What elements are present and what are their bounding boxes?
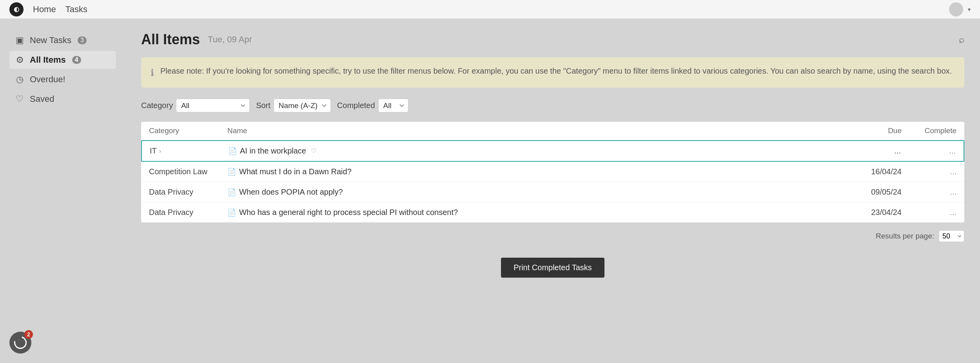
user-avatar[interactable] [949,2,963,16]
row-due-dots: ... [846,146,901,155]
per-page-select[interactable]: 10 25 50 100 [939,230,964,242]
all-items-icon: ⊙ [14,55,25,65]
doc-icon: 📄 [228,147,237,155]
row-due-date: 16/04/24 [847,167,902,176]
main-layout: ▣ New Tasks 3 ⊙ All Items 4 ◷ Overdue! ♡… [0,0,980,363]
table-header: Category Name Due Complete [141,122,964,140]
row-category-dataprivacy1: Data Privacy [149,188,227,197]
completed-filter-group: Completed All Yes No [337,99,408,112]
task-table: Category Name Due Complete IT › 📄 AI in … [141,122,964,222]
row-category-it: IT › [150,146,228,155]
row-due-date: 09/05/24 [847,188,902,197]
row-name-text: Who has a general right to process speci… [239,208,458,217]
saved-icon: ♡ [14,94,25,104]
row-name-pi: 📄 Who has a general right to process spe… [227,208,847,217]
sidebar-item-saved[interactable]: ♡ Saved [9,90,116,108]
row-category-label: Competition Law [149,167,207,176]
table-row[interactable]: Data Privacy 📄 When does POPIA not apply… [141,182,964,202]
filters-bar: Category All IT Competition Law Data Pri… [141,99,964,112]
all-items-badge: 4 [72,56,81,64]
row-name-text: What must I do in a Dawn Raid? [239,167,352,176]
notification-badge[interactable]: 2 [9,332,31,354]
table-row[interactable]: IT › 📄 AI in the workplace ♡ ... ... [141,140,964,162]
doc-icon: 📄 [227,188,236,197]
nav-tasks[interactable]: Tasks [65,4,87,14]
table-row[interactable]: Competition Law 📄 What must I do in a Da… [141,162,964,182]
sort-filter-group: Sort Name (A-Z) Name (Z-A) Due Date [256,99,331,112]
row-expand-icon[interactable]: › [159,148,161,155]
row-complete-dots[interactable]: ... [902,167,956,176]
heart-icon[interactable]: ♡ [311,147,316,155]
sidebar-item-new-tasks[interactable]: ▣ New Tasks 3 [9,31,116,49]
header-search-button[interactable]: ⌕ [959,34,964,45]
col-name: Name [227,126,847,135]
new-tasks-icon: ▣ [14,35,25,45]
sidebar-item-all-items[interactable]: ⊙ All Items 4 [9,51,116,69]
category-filter-group: Category All IT Competition Law Data Pri… [141,99,250,112]
row-name-text: When does POPIA not apply? [239,188,343,197]
logo[interactable]: ◐ [9,2,24,16]
sort-filter-label: Sort [256,101,270,110]
col-category: Category [149,126,227,135]
row-name-text: AI in the workplace [240,146,306,155]
doc-icon: 📄 [227,168,236,176]
row-complete-dots[interactable]: ... [901,146,956,155]
results-per-page-label: Results per page: [876,232,934,240]
page-date: Tue, 09 Apr [208,34,252,45]
col-complete: Complete [902,126,956,135]
row-category-label: Data Privacy [149,208,193,217]
sidebar: ▣ New Tasks 3 ⊙ All Items 4 ◷ Overdue! ♡… [0,19,125,363]
row-due-date: 23/04/24 [847,208,902,217]
info-banner: ℹ Please note: If you're looking for som… [141,57,964,88]
sidebar-new-tasks-label: New Tasks [30,35,71,45]
pagination-area: Results per page: 10 25 50 100 [141,222,964,250]
row-category-dataprivacy2: Data Privacy [149,208,227,217]
logo-icon: ◐ [14,5,19,13]
user-menu-chevron[interactable]: ▾ [968,6,971,13]
badge-circle: 2 [9,332,31,354]
print-btn-area: Print Completed Tasks [141,250,964,282]
row-category-label: IT [150,146,157,155]
row-name-popia: 📄 When does POPIA not apply? [227,188,847,197]
sidebar-item-overdue[interactable]: ◷ Overdue! [9,70,116,88]
nav-home[interactable]: Home [33,4,56,14]
overdue-icon: ◷ [14,74,25,85]
category-filter-label: Category [141,101,173,110]
doc-icon: 📄 [227,208,236,217]
sort-filter-select[interactable]: Name (A-Z) Name (Z-A) Due Date [274,99,331,112]
sidebar-saved-label: Saved [30,94,54,104]
row-name-dawn: 📄 What must I do in a Dawn Raid? [227,167,847,176]
completed-filter-select[interactable]: All Yes No [378,99,408,112]
info-banner-text: Please note: If you're looking for somet… [160,65,952,77]
nav-links: Home Tasks [33,4,87,14]
category-filter-select[interactable]: All IT Competition Law Data Privacy [176,99,250,112]
row-category-label: Data Privacy [149,188,193,197]
info-icon: ℹ [151,66,154,80]
page-header: All Items Tue, 09 Apr ⌕ [141,31,964,48]
sidebar-overdue-label: Overdue! [30,74,65,85]
page-title: All Items [141,31,200,48]
col-due: Due [847,126,902,135]
row-name-ai: 📄 AI in the workplace ♡ [228,146,846,155]
top-nav: ◐ Home Tasks ▾ [0,0,980,19]
badge-count: 2 [24,330,33,339]
new-tasks-badge: 3 [78,36,87,44]
completed-filter-label: Completed [337,101,375,110]
nav-right: ▾ [949,2,971,16]
row-complete-dots[interactable]: ... [902,208,956,217]
row-complete-dots[interactable]: ... [902,188,956,197]
row-category-competition: Competition Law [149,167,227,176]
table-row[interactable]: Data Privacy 📄 Who has a general right t… [141,202,964,222]
content-area: All Items Tue, 09 Apr ⌕ ℹ Please note: I… [125,19,980,363]
print-completed-tasks-button[interactable]: Print Completed Tasks [501,258,604,278]
sidebar-all-items-label: All Items [30,55,66,65]
